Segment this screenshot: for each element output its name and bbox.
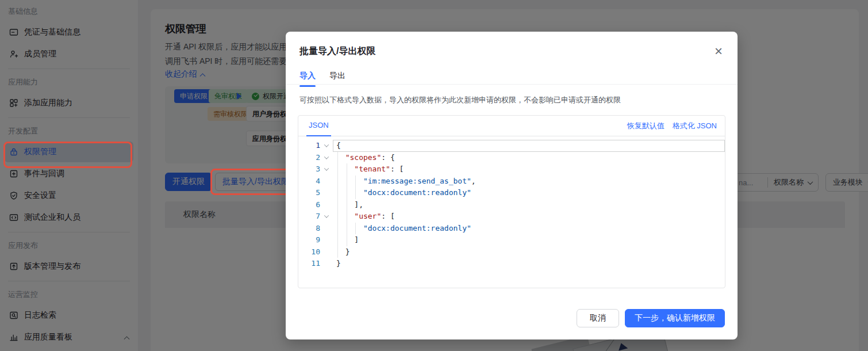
code-line-9[interactable]: 9 ] [298,234,725,246]
code-line-10[interactable]: 10 } [298,246,725,258]
indent-guide [337,234,338,246]
code-text: } [333,258,725,270]
page: 基础信息凭证与基础信息成员管理应用能力添加应用能力开发配置权限管理事件与回调安全… [0,0,868,351]
code-text: "user": [ [333,211,725,223]
indent-guide [347,187,347,199]
code-text: ] [333,234,725,246]
code-text: "docx:document:readonly" [333,187,725,199]
code-text: "tenant": [ [333,163,725,175]
code-line-4[interactable]: 4 "im:message:send_as_bot", [298,175,725,188]
line-number: 10 [298,246,320,258]
code-text: "docx:document:readonly" [333,223,725,235]
close-icon[interactable]: × [712,42,725,60]
indent-guide [355,187,356,199]
code-line-7[interactable]: 7 "user": [ [298,211,725,223]
tab-divider [286,84,738,85]
fold-spacer [320,223,333,235]
line-number: 8 [298,223,320,235]
indent-guide [337,163,338,175]
code-line-1[interactable]: 1{ [298,140,725,152]
indent-guide [355,175,356,188]
format-json-link[interactable]: 格式化 JSON [673,121,717,131]
indent-guide [347,175,347,188]
annotation-box-permission-management [3,142,132,168]
batch-import-export-modal: 批量导入/导出权限 × 导入 导出 可按照以下格式导入数据，导入的权限将作为此次… [286,32,738,339]
code-line-11[interactable]: 11} [298,258,725,270]
indent-guide [337,246,338,258]
indent-guide [347,163,347,175]
next-step-confirm-button[interactable]: 下一步，确认新增权限 [625,309,725,327]
json-editor: JSON 恢复默认值 格式化 JSON 1{2 "scopes": {3 "te… [298,115,725,288]
line-number: 9 [298,234,320,246]
code-text: } [333,246,725,258]
line-number: 2 [298,152,320,164]
code-text: "scopes": { [333,152,725,164]
annotation-box-batch-import-button [210,169,291,195]
fold-chevron-icon[interactable] [320,140,333,152]
indent-guide [337,187,338,199]
fold-spacer [320,175,333,188]
indent-guide [347,234,347,246]
line-number: 6 [298,199,320,211]
line-number: 1 [298,140,320,152]
code-line-3[interactable]: 3 "tenant": [ [298,163,725,175]
line-number: 11 [298,258,320,270]
fold-spacer [320,234,333,246]
code-text: ], [333,199,725,211]
json-format-tab[interactable]: JSON [306,116,331,136]
code-area[interactable]: 1{2 "scopes": {3 "tenant": [4 "im:messag… [298,136,725,270]
fold-spacer [320,246,333,258]
code-line-5[interactable]: 5 "docx:document:readonly" [298,187,725,199]
fold-chevron-icon[interactable] [320,163,333,175]
line-number: 3 [298,163,320,175]
indent-guide [355,223,356,235]
indent-guide [347,199,347,211]
reset-default-link[interactable]: 恢复默认值 [627,121,665,131]
code-line-2[interactable]: 2 "scopes": { [298,152,725,164]
cancel-button[interactable]: 取消 [577,309,619,327]
fold-spacer [320,258,333,270]
line-number: 7 [298,211,320,223]
fold-spacer [320,199,333,211]
indent-guide [337,152,338,164]
editor-actions: 恢复默认值 格式化 JSON [627,121,717,131]
code-line-8[interactable]: 8 "docx:document:readonly" [298,223,725,235]
indent-guide [337,175,338,188]
line-number: 4 [298,175,320,188]
indent-guide [337,211,338,223]
code-text: "im:message:send_as_bot", [333,175,725,188]
fold-chevron-icon[interactable] [320,211,333,223]
indent-guide [347,223,347,235]
fold-chevron-icon[interactable] [320,152,333,164]
code-text: { [333,140,725,152]
json-editor-header: JSON 恢复默认值 格式化 JSON [298,116,725,136]
indent-guide [347,211,347,223]
modal-title: 批量导入/导出权限 [299,45,375,58]
code-line-6[interactable]: 6 ], [298,199,725,211]
modal-description: 可按照以下格式导入数据，导入的权限将作为此次新增申请的权限，不会影响已申请或开通… [299,95,621,105]
fold-spacer [320,187,333,199]
line-number: 5 [298,187,320,199]
modal-footer: 取消 下一步，确认新增权限 [577,309,725,327]
indent-guide [337,199,338,211]
indent-guide [337,223,338,235]
